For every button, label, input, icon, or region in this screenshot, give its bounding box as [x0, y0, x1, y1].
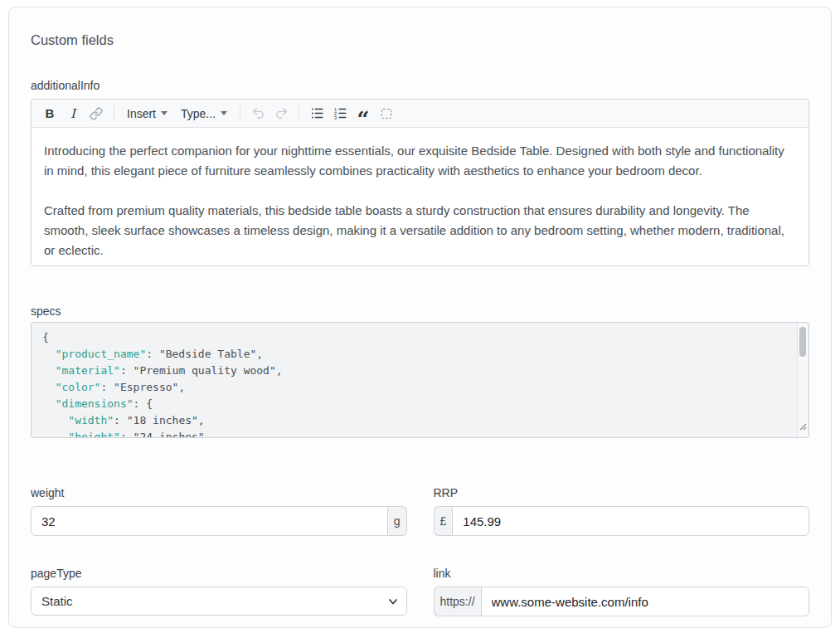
weight-unit-addon: g: [388, 506, 407, 536]
redo-icon: [274, 106, 289, 120]
toolbar-separator: [299, 105, 299, 122]
rrp-input[interactable]: [452, 506, 809, 536]
code-line: "color": "Espresso",: [42, 379, 787, 396]
svg-text:3: 3: [334, 115, 337, 120]
field-label-specs: specs: [31, 304, 809, 318]
field-label-link: link: [434, 567, 810, 580]
dashed-frame-icon: [381, 109, 391, 119]
richtext-editor: B I Insert Type...: [31, 99, 809, 266]
code-line: "material": "Premium quality wood",: [42, 363, 787, 379]
chevron-down-icon: [161, 111, 168, 115]
pagetype-select-wrap: Static: [31, 587, 407, 616]
redo-button[interactable]: [269, 103, 293, 124]
richtext-paragraph: Introducing the perfect companion for yo…: [44, 141, 796, 181]
undo-icon: [251, 106, 265, 120]
numbered-list-button[interactable]: 123: [328, 103, 352, 124]
type-dropdown[interactable]: Type...: [174, 103, 234, 124]
field-link: link https://: [434, 567, 810, 616]
link-input[interactable]: [481, 587, 809, 616]
field-additionalInfo: additionalInfo B I Insert Type...: [31, 79, 809, 266]
code-line: "dimensions": {: [42, 396, 787, 412]
type-dropdown-label: Type...: [181, 107, 216, 120]
code-line: "width": "18 inches",: [42, 412, 787, 429]
field-row-pagetype-link: pageType Static link https://: [31, 567, 809, 616]
insert-dropdown-label: Insert: [127, 107, 156, 120]
weight-input-group: g: [31, 506, 407, 536]
link-button[interactable]: [85, 103, 108, 124]
resize-handle-icon[interactable]: [799, 419, 807, 436]
code-line: "height": "24 inches",: [42, 429, 787, 438]
toolbar-separator: [114, 105, 114, 122]
field-label-weight: weight: [31, 486, 407, 499]
link-icon: [90, 107, 103, 120]
bullet-list-icon: [310, 106, 324, 120]
blockquote-icon: “: [357, 115, 370, 124]
specs-code-editor[interactable]: { "product_name": "Bedside Table", "mate…: [31, 322, 809, 438]
field-specs: specs { "product_name": "Bedside Table",…: [31, 304, 809, 438]
field-row-weight-rrp: weight g RRP £: [31, 486, 809, 536]
richtext-toolbar: B I Insert Type...: [32, 100, 808, 128]
rrp-currency-addon: £: [434, 506, 453, 536]
bold-button[interactable]: B: [38, 103, 61, 124]
field-label-additionalInfo: additionalInfo: [31, 79, 809, 92]
code-block-button[interactable]: [375, 103, 398, 124]
richtext-paragraph: Crafted from premium quality materials, …: [44, 201, 796, 261]
field-pageType: pageType Static: [31, 567, 407, 616]
pagetype-select[interactable]: Static: [31, 587, 407, 616]
toolbar-separator: [240, 105, 240, 122]
rrp-input-group: £: [434, 506, 810, 536]
card-title: Custom fields: [31, 32, 809, 47]
field-label-pageType: pageType: [31, 567, 407, 580]
scrollbar-thumb[interactable]: [799, 327, 806, 357]
chevron-down-icon: [221, 111, 227, 115]
italic-button[interactable]: I: [61, 103, 85, 124]
undo-button[interactable]: [246, 103, 269, 124]
custom-fields-card: Custom fields additionalInfo B I Insert …: [8, 7, 832, 628]
code-line: {: [42, 329, 787, 346]
code-line: "product_name": "Bedside Table",: [42, 346, 787, 363]
numbered-list-icon: 123: [333, 106, 347, 120]
link-protocol-addon: https://: [434, 587, 481, 616]
insert-dropdown[interactable]: Insert: [120, 103, 174, 124]
weight-input[interactable]: [31, 506, 388, 536]
field-label-rrp: RRP: [434, 486, 810, 499]
bullet-list-button[interactable]: [305, 103, 328, 124]
blockquote-button[interactable]: “: [352, 103, 375, 124]
field-rrp: RRP £: [434, 486, 810, 536]
field-weight: weight g: [31, 486, 407, 536]
richtext-content[interactable]: Introducing the perfect companion for yo…: [32, 128, 808, 266]
link-input-group: https://: [434, 587, 810, 616]
